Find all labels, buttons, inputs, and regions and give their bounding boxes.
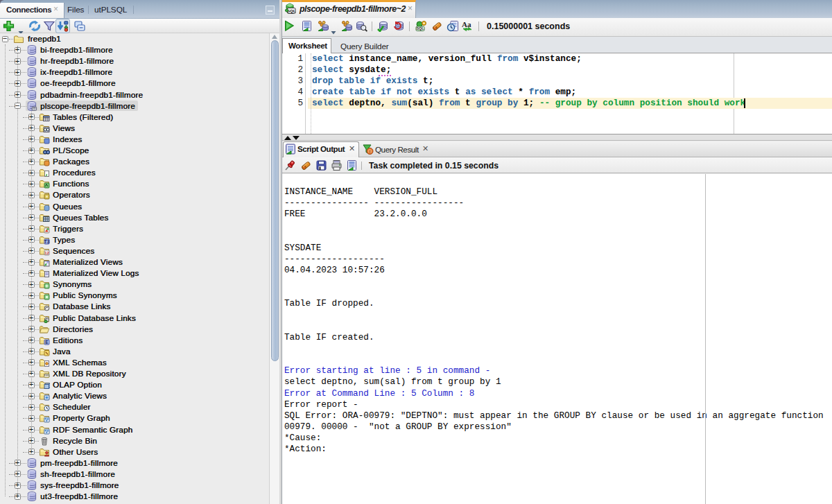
svg-text:E: E: [45, 339, 49, 344]
svg-text:!: !: [369, 149, 370, 155]
svg-text:XML: XML: [44, 374, 50, 377]
svg-text:12: 12: [44, 250, 49, 254]
svg-text:Aa: Aa: [462, 20, 471, 28]
svg-text:SQL: SQL: [416, 26, 424, 31]
svg-text:T3: T3: [44, 238, 50, 243]
svg-text:SQL: SQL: [287, 9, 296, 13]
